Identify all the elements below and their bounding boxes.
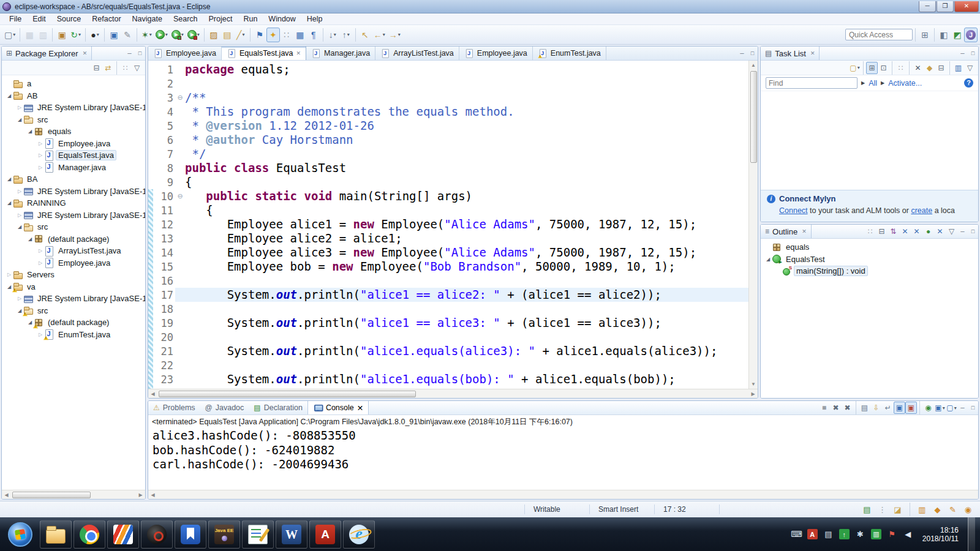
hide-non-public-button[interactable]: ● [922,225,934,238]
code-line-11[interactable]: 11 { [148,203,748,217]
code-line-16[interactable]: 16 [148,274,748,288]
dropdown-arrow-icon[interactable]: ▾ [334,32,336,37]
next-annotation-button[interactable]: ↓▾ [326,28,339,42]
expand-arrow-icon[interactable]: ◢ [6,200,13,206]
user-profile-button[interactable]: ●▾ [88,28,102,42]
taskbar-app-eclipse[interactable] [208,520,240,549]
console-tab-declaration[interactable]: ▤Declaration [249,401,307,414]
dropdown-arrow-icon[interactable]: ▾ [243,32,245,37]
dropdown-arrow-icon[interactable]: ▾ [181,32,184,37]
focus-outline-button[interactable]: ∷ [864,225,876,238]
collapse-all-button[interactable]: ⊟ [91,62,102,74]
code-line-20[interactable]: 20 [148,330,748,344]
start-button[interactable] [2,520,38,549]
tree-item-manager-java[interactable]: ▷Manager.java [2,162,145,174]
tree-item-arraylisttest-java[interactable]: ▷ArrayListTest.java [2,245,145,257]
remove-all-terminated-button[interactable]: ✖ [842,402,853,414]
expand-arrow-icon[interactable]: ▷ [37,260,44,266]
expand-arrow-icon[interactable]: ◢ [16,117,23,122]
code-line-7[interactable]: 7 */ [148,147,748,161]
collapse-all-tasks-button[interactable]: ⊟ [935,62,947,74]
link-with-editor-button[interactable]: ⇄ [102,62,114,74]
maximize-view-icon[interactable]: □ [968,405,978,411]
outline-tab[interactable]: ≡ Outline ✕ [761,225,812,238]
menu-item-run[interactable]: Run [238,13,263,24]
code-line-10[interactable]: 10⊖ public static void main(String[] arg… [148,189,748,203]
mylyn-link-create[interactable]: create [911,206,932,215]
menu-item-search[interactable]: Search [168,13,203,24]
code-line-13[interactable]: 13 Employee alice2 = alice1; [148,231,748,246]
taskbar-app-chrome[interactable] [74,520,105,549]
brush-button[interactable]: ╱▾ [234,28,247,42]
code-line-5[interactable]: 5 * @version 1.12 2012-01-26 [148,119,748,133]
hide-fields-button[interactable]: ✕ [899,225,911,238]
coverage-button[interactable]: ▾ [170,28,186,42]
tree-item-employee-java[interactable]: ▷Employee.java [2,257,145,269]
code-line-18[interactable]: 18 [148,302,748,316]
hide-static-button[interactable]: ✕ [911,225,922,238]
taskbar-app-wps[interactable] [107,520,139,549]
close-view-icon[interactable]: ✕ [83,50,88,56]
tree-item-ba[interactable]: ◢BA [2,173,145,186]
expand-arrow-icon[interactable]: ◢ [764,257,772,262]
profile-button[interactable]: ▾ [186,28,202,42]
dropdown-arrow-icon[interactable]: ▾ [149,32,152,37]
minimize-view-icon[interactable]: ─ [957,228,968,234]
code-line-14[interactable]: 14 Employee alice3 = new Employee("Alice… [148,246,748,260]
tree-item-employee-java[interactable]: ▷Employee.java [2,138,145,150]
tree-item-equals[interactable]: ◢equals [2,126,145,138]
tree-item-jre-system-library-javase-1-8-[interactable]: ▷JRE System Library [JavaSE-1.8] [2,186,145,198]
tray-star-icon[interactable]: ✱ [855,529,865,539]
toggle-pen-button[interactable]: ✎ [121,28,134,42]
code-line-22[interactable]: 22 [148,358,748,372]
addon-book-button[interactable]: ▥ [916,503,928,515]
scheduled-view-button[interactable]: ⊡ [878,62,889,74]
hide-local-types-button[interactable]: ✕ [934,225,946,238]
open-type-button[interactable]: ▦ [293,28,307,42]
dropdown-arrow-icon[interactable]: ▾ [347,32,350,37]
debug-button[interactable]: ✶▾ [140,28,154,42]
package-explorer-hscrollbar[interactable]: ◀ ▶ [2,490,145,499]
mylyn-link-connect[interactable]: Connect [779,206,808,215]
code-line-15[interactable]: 15 Employee bob = new Employee("Bob Bran… [148,260,748,274]
perspective-debug-button[interactable]: ◩ [951,28,964,42]
menu-item-source[interactable]: Source [51,13,87,24]
dropdown-arrow-icon[interactable]: ▾ [954,405,957,411]
task-activate-link[interactable]: Activate... [888,79,922,88]
task-list-tab[interactable]: ▤ Task List ✕ [761,47,820,60]
maximize-view-icon[interactable]: □ [135,50,145,56]
taskbar-app-ie[interactable]: e [343,520,375,549]
filter-completed-button[interactable]: ◆ [924,62,935,74]
expand-arrow-icon[interactable]: ▷ [16,189,23,194]
tree-item-src[interactable]: ◢src [2,305,145,317]
focus-dots-button[interactable]: ∷ [280,28,293,42]
editor-hscrollbar[interactable]: ◀ ▶ [148,389,758,398]
close-tab-icon[interactable]: ✕ [357,403,363,413]
expand-arrow-icon[interactable]: ▷ [6,272,13,277]
tree-item-jre-system-library-javase-1-8-[interactable]: ▷JRE System Library [JavaSE-1.8] [2,209,145,222]
show-whitespace-button[interactable]: ¶ [307,28,320,42]
expand-arrow-icon[interactable]: ◢ [6,176,13,182]
task-repositories-button[interactable]: ▥ [952,62,964,74]
taskbar-app-notes[interactable] [175,520,206,549]
open-perspective-button[interactable]: ⊞ [918,28,932,42]
taskbar-app-word[interactable]: W [276,520,307,549]
dropdown-arrow-icon[interactable]: ▾ [858,65,860,70]
task-find-input[interactable] [766,77,858,89]
perspective-java-button[interactable]: J [964,28,978,42]
expand-arrow-icon[interactable]: ▷ [16,105,23,110]
all-dropdown-arrow-icon[interactable]: ▶ [861,80,865,86]
console-tab-console[interactable]: Console✕ [307,401,369,414]
tree-item-jre-system-library-javase-1-8-[interactable]: ▷JRE System Library [JavaSE-1.8] [2,293,145,305]
forward-button[interactable]: →▾ [387,28,402,42]
taskbar-app-explorer[interactable] [40,520,72,549]
maximize-view-icon[interactable]: □ [968,228,978,234]
tree-item-src[interactable]: ◢src [2,114,145,126]
save-button[interactable]: ▦ [23,28,36,42]
flashlight-button[interactable]: ✦ [266,28,280,42]
expand-arrow-icon[interactable]: ◢ [6,93,13,99]
console-hscrollbar[interactable]: ◀ [148,490,978,499]
expand-arrow-icon[interactable]: ◢ [16,224,23,230]
code-line-21[interactable]: 21 System.out.println("alice1.equals(ali… [148,344,748,358]
overflow-dots-button[interactable]: ⋮ [876,503,888,515]
